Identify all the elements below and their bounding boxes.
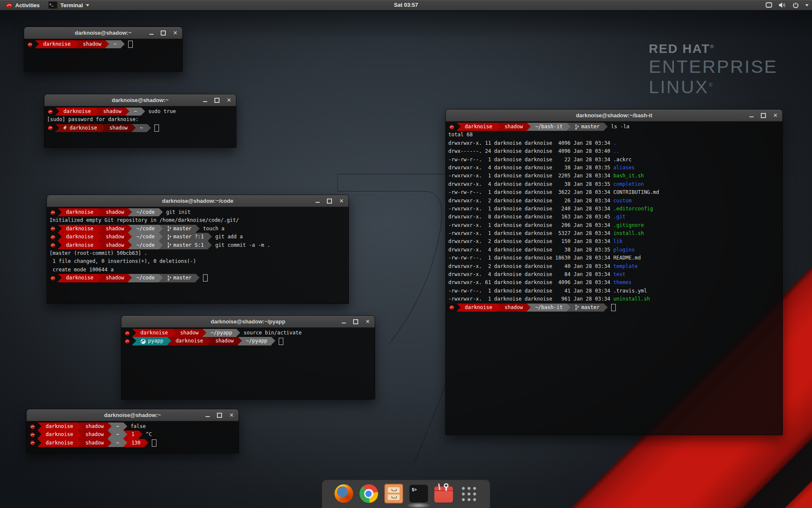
redhat-icon [30, 424, 35, 429]
dock-item-chrome[interactable] [359, 484, 379, 503]
close-button[interactable]: ✕ [339, 195, 344, 207]
terminal-window[interactable]: darknoise@shadow:~/pyapp✕darknoiseshadow… [121, 315, 375, 400]
prompt-segment: darknoise [62, 208, 98, 216]
close-button[interactable]: ✕ [773, 110, 778, 121]
app-grid-icon [460, 485, 477, 502]
app-menu-terminal[interactable]: >_ Terminal [46, 0, 92, 10]
dock-item-appgrid[interactable] [459, 484, 478, 503]
terminal-text: -rwxrwxr-x. 1 darknoise darknoise 961 Ja… [447, 295, 613, 303]
terminal-text: . [613, 139, 616, 147]
app-menu-label: Terminal [60, 2, 83, 8]
minimize-button[interactable] [149, 34, 154, 35]
window-titlebar[interactable]: darknoise@shadow:~✕ [24, 27, 182, 39]
terminal-text: false [127, 422, 146, 431]
terminal-body[interactable]: darknoiseshadow~/codegit initInitialized… [47, 207, 348, 304]
redhat-icon [48, 125, 53, 130]
prompt-segment: ~/code [132, 208, 159, 216]
window-titlebar[interactable]: darknoise@shadow:~/pyapp✕ [121, 316, 375, 328]
terminal-line: darknoiseshadow~ [25, 40, 181, 48]
powerline-separator [208, 241, 212, 249]
branch-icon [167, 242, 171, 248]
terminal-window[interactable]: darknoise@shadow:~/code✕darknoiseshadow~… [47, 195, 349, 304]
terminal-line: darknoiseshadow~sudo true [45, 108, 235, 116]
prompt-segment: shadow [176, 329, 203, 337]
close-button[interactable]: ✕ [229, 409, 234, 421]
minimize-button[interactable] [203, 101, 207, 102]
terminal-window[interactable]: darknoise@shadow:~/bash-it✕darknoiseshad… [445, 109, 783, 435]
minimize-button[interactable] [342, 323, 346, 323]
dock-item-files[interactable] [384, 484, 403, 503]
maximize-button[interactable] [161, 30, 166, 36]
powerline-separator [147, 124, 151, 132]
activities-button[interactable]: Activities [3, 0, 42, 10]
terminal-text: README.md [613, 254, 641, 262]
terminal-text: .gitignore [613, 221, 644, 229]
redhat-icon [125, 331, 130, 336]
dock-item-terminal[interactable]: $> [409, 484, 428, 503]
terminal-body[interactable]: darknoiseshadow~/pyappsource bin/activat… [121, 328, 375, 399]
prompt-segment: ~ [112, 422, 123, 431]
terminal-text: drwxrwxr-x. 2 darknoise darknoise 150 Ja… [447, 237, 613, 246]
powerline-separator [38, 439, 41, 447]
clock[interactable]: Sat 03:57 [394, 0, 418, 10]
terminal-body[interactable]: darknoiseshadow~ [24, 39, 182, 72]
terminal-text: git add a [212, 233, 243, 241]
powerline-separator [207, 337, 211, 345]
prompt-segment: ~ [112, 431, 123, 439]
terminal-body[interactable]: darknoiseshadow~falsedarknoiseshadow~1^C… [27, 421, 239, 453]
prompt-segment [45, 108, 55, 116]
terminal-text: CONTRIBUTING.md [613, 188, 659, 196]
powerline-separator [132, 124, 136, 132]
powerline-separator [123, 422, 127, 431]
terminal-line: -rw-rw-r--. 1 darknoise darknoise 41 Jan… [447, 287, 782, 295]
window-title: darknoise@shadow:~/pyapp [211, 318, 285, 325]
window-titlebar[interactable]: darknoise@shadow:~/code✕ [47, 195, 348, 207]
powerline-separator [159, 225, 163, 233]
redhat-enterprise-linux-logo: RED HAT® ENTERPRISE LINUX® [649, 42, 778, 96]
redhat-icon [48, 109, 53, 114]
window-titlebar[interactable]: darknoise@shadow:~/bash-it✕ [446, 110, 782, 121]
prompt-segment [122, 337, 132, 345]
window-titlebar[interactable]: darknoise@shadow:~✕ [27, 409, 239, 421]
terminal-window[interactable]: darknoise@shadow:~✕darknoiseshadow~sudo … [44, 94, 236, 148]
terminal-body[interactable]: darknoiseshadow~/bash-itmasterls -latota… [446, 121, 782, 435]
minimize-button[interactable] [315, 202, 320, 203]
prompt-segment: darknoise [62, 241, 98, 249]
close-button[interactable]: ✕ [365, 316, 370, 327]
terminal-line: drwxrwxr-x. 4 darknoise darknoise 84 Jan… [447, 271, 782, 279]
prompt-segment: darknoise [41, 439, 77, 447]
terminal-line: pyappdarknoiseshadow~/pyapp [122, 337, 374, 345]
minimize-button[interactable] [206, 416, 210, 417]
terminal-line: drwxrwxr-x. 2 darknoise darknoise 40 Jan… [447, 262, 782, 271]
terminal-line: drwx------. 24 darknoise darknoise 4096 … [447, 147, 782, 155]
prompt-segment: darknoise [62, 274, 98, 282]
powerline-separator [55, 108, 59, 116]
dock-item-firefox[interactable] [334, 484, 354, 503]
maximize-button[interactable] [353, 319, 358, 324]
prompt-segment: # darknoise [59, 124, 101, 132]
minimize-button[interactable] [749, 116, 754, 117]
terminal-line: darknoiseshadow~/codemaster ?:1git add a [48, 233, 348, 241]
window-titlebar[interactable]: darknoise@shadow:~✕ [44, 94, 236, 106]
terminal-window[interactable]: darknoise@shadow:~✕darknoiseshadow~ [24, 27, 183, 72]
close-button[interactable]: ✕ [227, 94, 231, 106]
terminal-text: aliases [613, 164, 635, 172]
terminal-window[interactable]: darknoise@shadow:~✕darknoiseshadow~false… [26, 409, 239, 453]
prompt-segment: shadow [81, 431, 108, 439]
terminal-text: touch a [200, 225, 225, 233]
close-button[interactable]: ✕ [173, 27, 178, 39]
powerline-separator [196, 225, 200, 233]
system-status-area[interactable] [765, 0, 809, 10]
dock-item-toolbox[interactable] [434, 484, 453, 503]
prompt-segment: darknoise [171, 337, 207, 345]
powerline-separator [457, 123, 461, 131]
maximize-button[interactable] [327, 199, 332, 204]
terminal-body[interactable]: darknoiseshadow~sudo true[sudo] password… [44, 106, 236, 147]
maximize-button[interactable] [214, 98, 219, 103]
volume-icon [779, 2, 786, 8]
maximize-button[interactable] [761, 113, 766, 118]
terminal-text: bash_it.sh [613, 172, 644, 180]
terminal-line: -rw-rw-r--. 1 darknoise darknoise 18630 … [447, 254, 782, 262]
terminal-text: drwxrwxr-x. 2 darknoise darknoise 26 Jan… [447, 197, 613, 205]
maximize-button[interactable] [217, 413, 222, 418]
